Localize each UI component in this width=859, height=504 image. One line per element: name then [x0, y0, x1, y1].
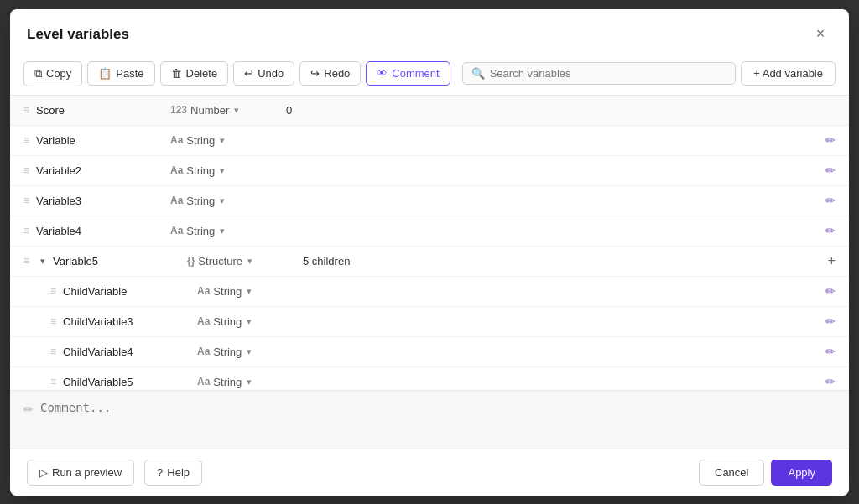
drag-handle[interactable]: ≡	[23, 134, 29, 146]
drag-handle[interactable]: ≡	[50, 346, 56, 357]
undo-icon: ↩	[244, 67, 253, 80]
variable-name: Variable3	[36, 195, 170, 207]
type-icon: {}	[187, 255, 195, 267]
search-input[interactable]	[490, 67, 727, 80]
add-child-icon[interactable]: +	[828, 253, 836, 268]
type-dropdown[interactable]: ▾	[218, 226, 226, 236]
type-section: 123 Number ▾	[170, 104, 279, 117]
drag-handle[interactable]: ≡	[50, 285, 56, 297]
type-dropdown[interactable]: ▾	[218, 135, 226, 146]
variable-value: 5 children	[296, 255, 828, 268]
modal-footer: ▷ Run a preview ? Help Cancel Apply	[10, 449, 849, 496]
type-icon: Aa	[197, 285, 210, 297]
variable-value: 0	[279, 104, 836, 117]
type-section: Aa String ▾	[170, 134, 279, 147]
type-section: Aa String ▾	[197, 315, 306, 328]
edit-icon[interactable]: ✏	[825, 375, 836, 388]
type-dropdown[interactable]: ▾	[232, 105, 241, 116]
type-icon: 123	[170, 104, 187, 116]
run-preview-button[interactable]: ▷ Run a preview	[27, 460, 134, 486]
apply-button[interactable]: Apply	[771, 460, 832, 486]
comment-icon: 👁	[377, 67, 388, 80]
type-dropdown[interactable]: ▾	[245, 316, 253, 327]
variable-name: ChildVariable3	[63, 315, 197, 328]
edit-icon[interactable]: ✏	[825, 133, 836, 147]
type-section: Aa String ▾	[197, 376, 306, 388]
drag-handle[interactable]: ≡	[23, 195, 29, 206]
type-icon: Aa	[170, 195, 183, 206]
search-box: 🔍	[462, 62, 737, 85]
variable-name: ChildVariable4	[63, 346, 197, 358]
edit-icon[interactable]: ✏	[825, 194, 836, 207]
add-variable-button[interactable]: + Add variable	[741, 61, 836, 86]
table-row: ≡ Variable2 Aa String ▾ ✏	[10, 156, 849, 186]
type-label: Structure	[198, 255, 242, 268]
drag-handle[interactable]: ≡	[50, 376, 56, 387]
variables-table: ≡ Score 123 Number ▾ 0 ≡ Variable Aa Str…	[10, 95, 849, 390]
type-section: Aa String ▾	[197, 285, 306, 298]
table-row: ≡ Variable3 Aa String ▾ ✏	[10, 186, 849, 216]
drag-handle[interactable]: ≡	[23, 255, 29, 267]
copy-button[interactable]: ⧉ Copy	[23, 61, 82, 86]
type-dropdown[interactable]: ▾	[245, 377, 253, 387]
toolbar: ⧉ Copy 📋 Paste 🗑 Delete ↩ Undo ↪ Redo 👁	[10, 56, 849, 95]
paste-button[interactable]: 📋 Paste	[87, 61, 154, 86]
comment-button[interactable]: 👁 Comment	[366, 61, 450, 86]
undo-button[interactable]: ↩ Undo	[233, 61, 294, 86]
type-label: String	[186, 134, 215, 147]
edit-icon[interactable]: ✏	[825, 284, 836, 298]
type-dropdown[interactable]: ▾	[245, 346, 253, 357]
close-button[interactable]: ×	[809, 23, 832, 46]
type-dropdown[interactable]: ▾	[245, 286, 253, 297]
table-row: ≡ ChildVariable3 Aa String ▾ ✏	[10, 307, 849, 337]
table-row: ≡ Score 123 Number ▾ 0	[10, 96, 849, 126]
help-icon: ?	[157, 466, 163, 479]
type-label: String	[186, 195, 215, 207]
redo-icon: ↪	[310, 67, 320, 80]
variable-name: Score	[36, 104, 170, 117]
redo-button[interactable]: ↪ Redo	[299, 61, 361, 86]
footer-left: ▷ Run a preview ? Help	[27, 460, 202, 486]
type-label: String	[213, 285, 242, 298]
delete-icon: 🗑	[171, 67, 182, 80]
variable-name: Variable5	[53, 255, 187, 268]
type-dropdown[interactable]: ▾	[246, 256, 254, 267]
drag-handle[interactable]: ≡	[50, 315, 56, 327]
edit-icon[interactable]: ✏	[825, 345, 836, 358]
edit-icon[interactable]: ✏	[825, 314, 836, 328]
drag-handle[interactable]: ≡	[23, 164, 29, 176]
expand-button[interactable]: ▾	[36, 256, 49, 267]
cancel-button[interactable]: Cancel	[699, 460, 764, 486]
table-row: ≡ ▾ Variable5 {} Structure ▾ 5 children …	[10, 247, 849, 277]
type-label: String	[186, 164, 215, 177]
table-row: ≡ ChildVariable5 Aa String ▾ ✏	[10, 367, 849, 390]
help-button[interactable]: ? Help	[144, 460, 202, 486]
footer-right: Cancel Apply	[699, 460, 832, 486]
type-label: String	[186, 225, 215, 237]
copy-icon: ⧉	[34, 67, 42, 81]
comment-input[interactable]	[40, 401, 836, 428]
drag-handle[interactable]: ≡	[23, 104, 29, 116]
type-label: String	[213, 346, 242, 358]
table-row: ≡ ChildVariable Aa String ▾ ✏	[10, 277, 849, 307]
edit-icon[interactable]: ✏	[825, 224, 836, 237]
pencil-icon: ✏	[23, 403, 34, 416]
type-dropdown[interactable]: ▾	[218, 195, 226, 206]
delete-button[interactable]: 🗑 Delete	[160, 61, 229, 86]
drag-handle[interactable]: ≡	[23, 225, 29, 236]
type-icon: Aa	[170, 134, 183, 146]
edit-icon[interactable]: ✏	[825, 164, 836, 177]
type-dropdown[interactable]: ▾	[218, 165, 226, 176]
modal-overlay: Level variables × ⧉ Copy 📋 Paste 🗑 Delet…	[0, 0, 859, 504]
modal-title: Level variables	[27, 26, 129, 43]
variable-name: Variable4	[36, 225, 170, 237]
type-section: Aa String ▾	[170, 195, 279, 207]
paste-icon: 📋	[98, 67, 112, 80]
modal-header: Level variables ×	[10, 9, 849, 56]
type-icon: Aa	[197, 346, 210, 357]
comment-section: ✏	[10, 390, 849, 449]
type-icon: Aa	[197, 376, 210, 387]
variable-name: ChildVariable	[63, 285, 197, 298]
table-row: ≡ ChildVariable4 Aa String ▾ ✏	[10, 337, 849, 367]
table-row: ≡ Variable Aa String ▾ ✏	[10, 126, 849, 156]
